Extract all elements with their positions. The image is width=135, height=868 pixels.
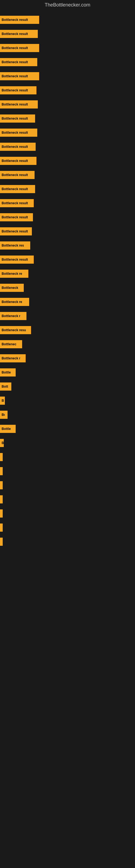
- bar[interactable]: Bottleneck re: [0, 298, 29, 306]
- bar[interactable]: Bottleneck result: [0, 157, 37, 165]
- bar-row: Bottleneck result: [0, 27, 135, 41]
- bar-row: Bottleneck result: [0, 210, 135, 224]
- bar[interactable]: Bottleneck result: [0, 143, 36, 151]
- bar[interactable]: Bottleneck result: [0, 213, 33, 221]
- bar[interactable]: [0, 467, 3, 475]
- bar-row: Bottleneck r: [0, 351, 135, 365]
- bar-row: Bottleneck result: [0, 83, 135, 97]
- bar-label: Bottleneck result: [2, 131, 28, 134]
- bar-label: Bottleneck result: [2, 159, 28, 163]
- bar[interactable]: Bottleneck result: [0, 58, 37, 66]
- bar-row: B: [0, 394, 135, 408]
- bar[interactable]: Bottleneck result: [0, 30, 38, 38]
- bar-label: Bottleneck result: [2, 102, 28, 106]
- bar-label: Bottleneck r: [2, 356, 20, 360]
- bar[interactable]: Bottleneck result: [0, 199, 34, 207]
- bar-label: Bottleneck result: [2, 60, 28, 64]
- bar-label: Bottleneck: [2, 286, 18, 290]
- bar-row: Bottleneck result: [0, 140, 135, 154]
- bar-label: Bottleneck result: [2, 201, 28, 205]
- bar[interactable]: Bott: [0, 382, 11, 391]
- bar[interactable]: Bottleneck r: [0, 312, 27, 320]
- bar-row: [0, 450, 135, 464]
- bar[interactable]: Bottleneck result: [0, 129, 37, 137]
- bar[interactable]: Bottleneck resu: [0, 326, 31, 334]
- bar-row: Bottleneck result: [0, 97, 135, 112]
- bar-label: Bottleneck result: [2, 88, 28, 92]
- bar-row: [0, 478, 135, 492]
- bar[interactable]: Bo: [0, 411, 8, 419]
- bar-row: Bottle: [0, 422, 135, 436]
- bar[interactable]: Bottleneck result: [0, 100, 38, 108]
- bar-row: Bottleneck: [0, 281, 135, 295]
- bar-label: Bottleneck re: [2, 300, 22, 304]
- bar-label: Bo: [2, 413, 5, 416]
- bar-label: Bottleneck result: [2, 117, 28, 120]
- bar-label: Bottleneck result: [2, 215, 28, 219]
- bar-row: Bottleneck result: [0, 252, 135, 267]
- bar-row: [0, 464, 135, 478]
- bar-row: Bottleneck re: [0, 295, 135, 309]
- bar-row: Bo: [0, 408, 135, 422]
- bar[interactable]: Bottleneck result: [0, 115, 35, 123]
- bar[interactable]: Bottleneck result: [0, 171, 35, 179]
- bar[interactable]: [0, 453, 3, 461]
- bar-label: Bottle: [2, 427, 11, 431]
- bar-row: Bottleneck result: [0, 154, 135, 168]
- bar[interactable]: Bottle: [0, 368, 16, 376]
- bar-label: Bottleneck result: [2, 32, 28, 36]
- bar-row: Bottlenec: [0, 337, 135, 351]
- bar-row: [0, 535, 135, 549]
- bar[interactable]: Bottleneck: [0, 284, 24, 292]
- bar-row: Bottleneck result: [0, 168, 135, 182]
- bar[interactable]: [0, 509, 3, 518]
- bar-label: Bottleneck resu: [2, 328, 26, 332]
- bar-row: Bottleneck resu: [0, 323, 135, 337]
- bar-row: Bottleneck result: [0, 112, 135, 126]
- bar-row: Bottleneck re: [0, 267, 135, 281]
- bar[interactable]: Bottleneck result: [0, 185, 35, 193]
- bar[interactable]: Bottleneck result: [0, 44, 39, 52]
- bottom-space: [0, 552, 135, 714]
- bar-label: Bottleneck result: [2, 229, 28, 233]
- bar[interactable]: [0, 538, 3, 546]
- bar[interactable]: [0, 524, 3, 532]
- bar[interactable]: Bottleneck res: [0, 241, 30, 250]
- bar-label: Bottleneck r: [2, 314, 20, 318]
- bar-row: Bottleneck result: [0, 126, 135, 140]
- bar[interactable]: Bottlenec: [0, 340, 22, 348]
- bar[interactable]: Bottleneck result: [0, 72, 39, 80]
- bar[interactable]: Bottle: [0, 425, 16, 433]
- bar-label: Bottleneck res: [2, 244, 24, 247]
- bar-label: Bottleneck result: [2, 145, 28, 149]
- bar[interactable]: Bottleneck result: [0, 86, 37, 94]
- bar-row: Bottleneck r: [0, 309, 135, 323]
- bar-label: B: [2, 441, 4, 445]
- bar[interactable]: B: [0, 439, 4, 447]
- bar[interactable]: [0, 481, 3, 489]
- bar-row: Bottleneck result: [0, 13, 135, 27]
- bar-label: Bottleneck re: [2, 272, 22, 276]
- site-title: TheBottlenecker.com: [0, 0, 135, 10]
- bar[interactable]: Bottleneck re: [0, 270, 28, 278]
- bar-label: Bottleneck result: [2, 258, 28, 261]
- bar-label: Bottleneck result: [2, 173, 28, 177]
- bar-row: Bottleneck result: [0, 55, 135, 69]
- bar[interactable]: Bottleneck result: [0, 16, 39, 24]
- bar-label: Bottleneck result: [2, 187, 28, 191]
- bars-container: Bottleneck resultBottleneck resultBottle…: [0, 10, 135, 552]
- bar-label: Bottleneck result: [2, 74, 28, 78]
- bar-label: Bottle: [2, 371, 11, 374]
- bar-label: Bottleneck result: [2, 18, 28, 22]
- bar[interactable]: [0, 495, 3, 503]
- bar-row: [0, 492, 135, 506]
- bar-row: [0, 521, 135, 535]
- bar-row: Bottleneck result: [0, 224, 135, 239]
- bar-row: Bottleneck res: [0, 239, 135, 252]
- bar-row: Bott: [0, 379, 135, 394]
- bar[interactable]: Bottleneck result: [0, 255, 34, 264]
- bar[interactable]: B: [0, 397, 5, 405]
- bar[interactable]: Bottleneck result: [0, 227, 32, 236]
- bar-row: Bottleneck result: [0, 41, 135, 55]
- bar[interactable]: Bottleneck r: [0, 354, 26, 362]
